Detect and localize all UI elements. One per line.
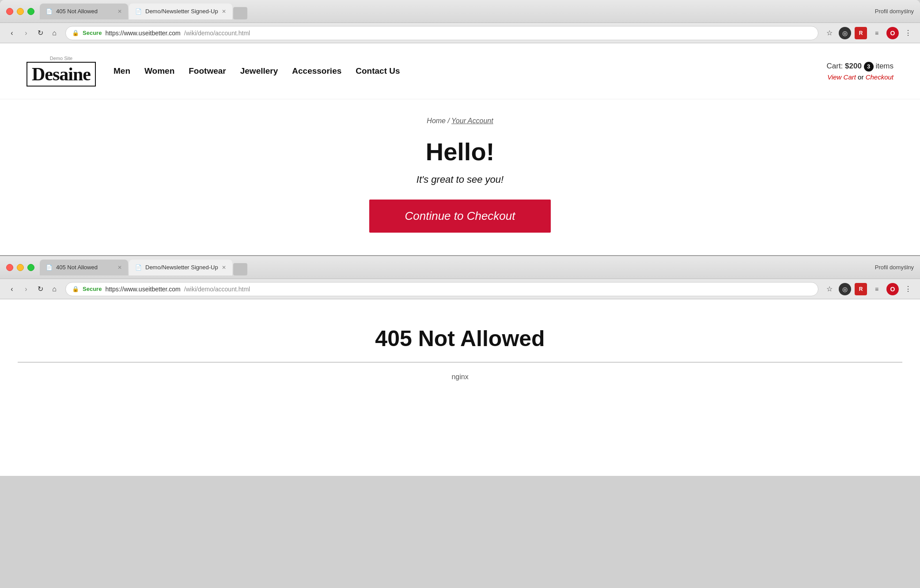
address-bar-2: ‹ › ↻ ⌂ 🔒 Secure https://www.useitbetter… <box>0 279 920 299</box>
opera-icon-2[interactable]: O <box>886 283 899 295</box>
layers-icon-1[interactable]: ≡ <box>871 27 883 39</box>
tab-close-405-2[interactable]: ✕ <box>117 264 122 271</box>
nav-buttons-1: ‹ › ↻ ⌂ <box>6 27 60 39</box>
breadcrumb-home[interactable]: Home <box>427 117 446 124</box>
nav-item-footwear[interactable]: Footwear <box>189 66 226 76</box>
tab-icon-demo-1: 📄 <box>135 8 142 15</box>
page-subtitle: It's great to see you! <box>27 174 893 185</box>
tab-icon-1: 📄 <box>46 8 53 15</box>
tab-demo-1[interactable]: 📄 Demo/Newsletter Signed-Up ✕ <box>129 4 232 19</box>
minimize-button-2[interactable] <box>17 264 24 271</box>
cart-area: Cart: $200 3 items View Cart or Checkout <box>827 62 894 81</box>
tabs-bar-1: 📄 405 Not Allowed ✕ 📄 Demo/Newsletter Si… <box>40 4 870 19</box>
back-button-2[interactable]: ‹ <box>6 283 18 295</box>
logo-demo-site: Demo Site <box>27 56 96 61</box>
lock-icon-2: 🔒 <box>72 286 79 292</box>
profile-label-2: Profil domyślny <box>875 264 914 271</box>
cart-info: Cart: $200 3 items <box>827 62 894 72</box>
cart-sep-text: or <box>856 73 866 81</box>
cart-price: $200 <box>845 62 862 70</box>
tab-label-405-1: 405 Not Allowed <box>56 8 98 15</box>
tab-icon-405-2: 📄 <box>46 264 53 271</box>
error-server: nginx <box>18 373 902 381</box>
menu-button-1[interactable]: ⋮ <box>902 27 914 39</box>
toolbar-icons-2: ☆ ◎ R ≡ O ⋮ <box>824 283 914 295</box>
back-button-1[interactable]: ‹ <box>6 27 18 39</box>
url-path-1: /wiki/demo/account.html <box>184 30 250 37</box>
tab-405-2[interactable]: 📄 405 Not Allowed ✕ <box>40 260 128 275</box>
home-button-1[interactable]: ⌂ <box>49 27 60 39</box>
tab-405-1[interactable]: 📄 405 Not Allowed ✕ <box>40 4 128 19</box>
refresh-button-1[interactable]: ↻ <box>34 27 46 39</box>
url-bar-1[interactable]: 🔒 Secure https://www.useitbetter.com /wi… <box>65 26 818 40</box>
title-bar-2: 📄 405 Not Allowed ✕ 📄 Demo/Newsletter Si… <box>0 256 920 279</box>
address-bar-1: ‹ › ↻ ⌂ 🔒 Secure https://www.useitbetter… <box>0 23 920 43</box>
traffic-lights-1 <box>6 8 34 15</box>
traffic-lights-2 <box>6 264 34 271</box>
profile-label-1: Profil domyślny <box>875 8 914 15</box>
nav-item-men[interactable]: Men <box>114 66 130 76</box>
checkout-link-2[interactable]: Checkout <box>866 73 893 81</box>
bookmark-button-2[interactable]: ☆ <box>824 283 835 295</box>
breadcrumb-current: Your Account <box>451 117 493 124</box>
error-title: 405 Not Allowed <box>18 326 902 351</box>
r-icon-2[interactable]: R <box>855 283 867 295</box>
view-cart-link[interactable]: View Cart <box>827 73 856 81</box>
cart-items-label: items <box>875 62 893 70</box>
secure-label-1: Secure <box>83 30 102 36</box>
tab-label-demo-2: Demo/Newsletter Signed-Up <box>145 264 218 271</box>
r-icon-1[interactable]: R <box>855 27 867 39</box>
tabs-bar-2: 📄 405 Not Allowed ✕ 📄 Demo/Newsletter Si… <box>40 260 870 275</box>
tab-demo-2[interactable]: 📄 Demo/Newsletter Signed-Up ✕ <box>129 260 232 275</box>
cart-count-badge: 3 <box>864 62 874 72</box>
url-base-2: https://www.useitbetter.com <box>105 286 180 293</box>
forward-button-2[interactable]: › <box>20 283 32 295</box>
close-button-2[interactable] <box>6 264 13 271</box>
store-header: Demo Site Desaine Men Women Footwear Jew… <box>0 43 920 99</box>
minimize-button[interactable] <box>17 8 24 15</box>
home-button-2[interactable]: ⌂ <box>49 283 60 295</box>
breadcrumb-separator: / <box>447 117 449 124</box>
new-tab-button-1[interactable] <box>233 7 247 19</box>
refresh-button-2[interactable]: ↻ <box>34 283 46 295</box>
nav-item-women[interactable]: Women <box>144 66 174 76</box>
page-content-1: Demo Site Desaine Men Women Footwear Jew… <box>0 43 920 255</box>
maximize-button-2[interactable] <box>27 264 34 271</box>
breadcrumb: Home / Your Account <box>27 117 893 125</box>
nav-menu: Men Women Footwear Jewellery Accessories… <box>114 66 827 76</box>
camera-icon-2[interactable]: ◎ <box>839 283 851 295</box>
toolbar-icons-1: ☆ ◎ R ≡ O ⋮ <box>824 27 914 39</box>
nav-item-contact[interactable]: Contact Us <box>356 66 400 76</box>
layers-icon-2[interactable]: ≡ <box>871 283 883 295</box>
error-divider <box>18 362 902 362</box>
browser-window-2: 📄 405 Not Allowed ✕ 📄 Demo/Newsletter Si… <box>0 255 920 476</box>
secure-label-2: Secure <box>83 286 102 292</box>
nav-item-jewellery[interactable]: Jewellery <box>240 66 278 76</box>
title-bar-1: 📄 405 Not Allowed ✕ 📄 Demo/Newsletter Si… <box>0 0 920 23</box>
forward-button-1[interactable]: › <box>20 27 32 39</box>
new-tab-button-2[interactable] <box>233 263 247 275</box>
close-button[interactable] <box>6 8 13 15</box>
store-logo[interactable]: Desaine <box>27 62 96 87</box>
continue-to-checkout-button[interactable]: Continue to Checkout <box>369 200 550 233</box>
menu-button-2[interactable]: ⋮ <box>902 283 914 295</box>
url-bar-2[interactable]: 🔒 Secure https://www.useitbetter.com /wi… <box>65 282 818 296</box>
url-base-1: https://www.useitbetter.com <box>105 30 180 37</box>
tab-close-1[interactable]: ✕ <box>117 8 122 15</box>
opera-icon-1[interactable]: O <box>886 27 899 39</box>
url-path-2: /wiki/demo/account.html <box>184 286 250 293</box>
cart-label: Cart: <box>827 62 843 70</box>
cart-links: View Cart or Checkout <box>827 73 894 81</box>
camera-icon-1[interactable]: ◎ <box>839 27 851 39</box>
error-page: 405 Not Allowed nginx <box>0 299 920 476</box>
nav-buttons-2: ‹ › ↻ ⌂ <box>6 283 60 295</box>
main-content: Home / Your Account Hello! It's great to… <box>0 99 920 250</box>
browser-window-1: 📄 405 Not Allowed ✕ 📄 Demo/Newsletter Si… <box>0 0 920 255</box>
tab-label-demo-1: Demo/Newsletter Signed-Up <box>145 8 218 15</box>
tab-close-demo-2[interactable]: ✕ <box>222 264 226 271</box>
maximize-button[interactable] <box>27 8 34 15</box>
tab-close-demo-1[interactable]: ✕ <box>222 8 226 15</box>
lock-icon-1: 🔒 <box>72 30 79 36</box>
bookmark-button-1[interactable]: ☆ <box>824 27 835 39</box>
nav-item-accessories[interactable]: Accessories <box>292 66 341 76</box>
